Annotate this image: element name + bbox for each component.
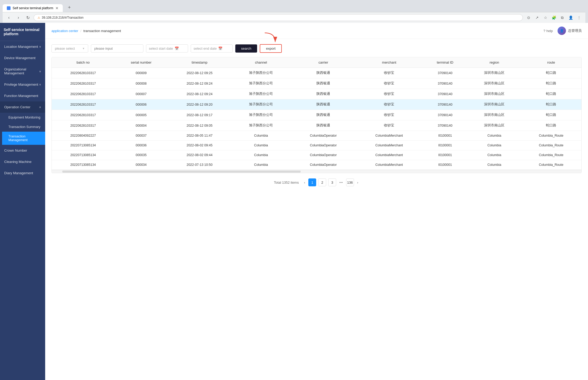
cell-route: 蛇口路	[521, 78, 581, 89]
horizontal-scrollbar[interactable]	[52, 170, 581, 173]
content-body: please select ▼ select start date 📅 sele…	[45, 39, 588, 380]
cell-merchant: 收钞宝	[356, 120, 422, 131]
sidebar-item-diary-management[interactable]: Diary Management	[0, 167, 45, 179]
table-row[interactable]: 20220628103317 000004 2022-08-12 09:05 旭…	[52, 120, 581, 131]
share-button[interactable]: ↗	[533, 14, 541, 21]
back-button[interactable]: ‹	[5, 14, 13, 21]
filter-row: please select ▼ select start date 📅 sele…	[51, 44, 582, 53]
cell-region: 深圳市南山区	[468, 89, 521, 99]
cell-timestamp: 2022-08-12 09:20	[168, 99, 231, 110]
sidebar-item-label: Privilege Management	[4, 83, 38, 86]
address-bar[interactable]: ⚠ 39.108.219.216/#/Transaction	[34, 14, 523, 21]
table-row[interactable]: 20220628103317 000008 2022-08-12 09:24 旭…	[52, 78, 581, 89]
window-button[interactable]: ⧉	[559, 14, 566, 21]
forward-button[interactable]: ›	[15, 14, 22, 21]
table-row[interactable]: 20220713085134 000034 2022-07-13 10:50 C…	[52, 160, 581, 170]
filter-end-date[interactable]: select end date 📅	[191, 44, 233, 53]
app-logo: Self service terminal platform	[0, 23, 45, 41]
pagination-page-2[interactable]: 2	[318, 178, 326, 186]
cell-channel: 旭子陕西分公司	[231, 89, 291, 99]
cell-channel: 旭子陕西分公司	[231, 68, 291, 78]
help-label: help	[546, 29, 553, 33]
cell-route: 蛇口路	[521, 99, 581, 110]
sidebar-item-label: Operation Center	[4, 105, 30, 109]
sidebar-item-device-management[interactable]: Device Management	[0, 52, 45, 64]
sidebar-item-equipment-monitoring[interactable]: Equipment Monitoring	[2, 113, 45, 122]
bookmark-button[interactable]: ☆	[542, 14, 549, 21]
scrollbar-thumb[interactable]	[62, 171, 301, 173]
cell-batch-no: 20220628103317	[52, 110, 115, 120]
security-icon: ⚠	[38, 16, 40, 19]
table-row[interactable]: 20220713085134 000036 2022-08-02 09:45 C…	[52, 141, 581, 150]
sidebar-item-organizational-management[interactable]: Organizational Management ∨	[0, 64, 45, 79]
pagination-next[interactable]: ›	[356, 179, 359, 186]
cell-region: 深圳市南山区	[468, 78, 521, 89]
pagination-page-1[interactable]: 1	[308, 178, 316, 186]
pagination-prev[interactable]: ‹	[303, 179, 306, 186]
col-route: route	[521, 57, 581, 68]
chevron-up-icon: ∧	[39, 106, 41, 109]
sidebar-item-cleaning-machine[interactable]: Cleaning Machine	[0, 156, 45, 167]
user-avatar: 👤	[558, 27, 566, 35]
reload-button[interactable]: ↻	[24, 14, 32, 21]
export-button[interactable]: export	[260, 44, 282, 53]
table-row[interactable]: 20220804092227 000037 2022-08-05 11:47 C…	[52, 131, 581, 141]
active-tab[interactable]: Self service terminal platform ✕	[3, 4, 63, 12]
start-date-text: select start date	[149, 47, 173, 50]
sidebar-item-location-management[interactable]: Location Management ∨	[0, 41, 45, 52]
cell-timestamp: 2022-08-12 09:24	[168, 89, 231, 99]
cell-channel: 旭子陕西分公司	[231, 110, 291, 120]
table-row[interactable]: 20220713085134 000035 2022-08-02 09:44 C…	[52, 150, 581, 160]
sidebar-item-function-management[interactable]: Function Management	[0, 90, 45, 101]
filter-start-date[interactable]: select start date 📅	[146, 44, 188, 53]
cell-serial: 000035	[115, 150, 168, 160]
user-account-button[interactable]: 👤	[567, 14, 574, 21]
table-row[interactable]: 20220628103317 000005 2022-08-12 09:17 旭…	[52, 110, 581, 120]
pagination-page-136[interactable]: 136	[346, 178, 354, 186]
cell-carrier: 陕西银通	[291, 68, 356, 78]
header-right: ? help 👤 总管理员	[543, 27, 582, 35]
sidebar-item-privilege-management[interactable]: Privilege Management ∨	[0, 79, 45, 90]
cell-channel: Columbia	[231, 131, 291, 141]
tab-close-button[interactable]: ✕	[55, 6, 59, 10]
table-row[interactable]: 20220628103317 000007 2022-08-12 09:24 旭…	[52, 89, 581, 99]
sidebar-item-crown-number[interactable]: Crown Number	[0, 145, 45, 156]
sidebar-item-label: Location Management	[4, 45, 38, 49]
filter-select-dropdown[interactable]: please select ▼	[51, 44, 88, 53]
cell-merchant: ColumbiaMerchant	[356, 131, 422, 141]
breadcrumb-parent[interactable]: application center	[51, 29, 78, 33]
chevron-icon: ∨	[39, 83, 41, 86]
content-header: application center / transaction managem…	[45, 23, 588, 39]
red-arrow-annotation	[259, 32, 280, 45]
cell-timestamp: 2022-08-12 09:24	[168, 78, 231, 89]
sidebar-item-operation-center[interactable]: Operation Center ∧	[0, 101, 45, 113]
breadcrumb: application center / transaction managem…	[51, 29, 121, 33]
col-channel: channel	[231, 57, 291, 68]
table-row[interactable]: 20220628103317 000006 2022-08-12 09:20 旭…	[52, 99, 581, 110]
user-info[interactable]: 👤 总管理员	[558, 27, 582, 35]
extensions-button[interactable]: 🧩	[550, 14, 558, 21]
cell-terminal-id: 37090140	[422, 120, 468, 131]
pagination-dots: •••	[338, 179, 344, 186]
cell-terminal-id: 37090140	[422, 68, 468, 78]
cell-merchant: 收钞宝	[356, 89, 422, 99]
cell-region: 深圳市南山区	[468, 110, 521, 120]
help-link[interactable]: ? help	[543, 29, 553, 33]
cell-region: Columbia	[468, 150, 521, 160]
cell-carrier: 陕西银通	[291, 99, 356, 110]
sidebar-item-transaction-management[interactable]: Transaction Management	[2, 132, 45, 145]
pagination-page-3[interactable]: 3	[328, 178, 336, 186]
user-name: 总管理员	[568, 28, 582, 33]
menu-button[interactable]: ⋮	[575, 14, 583, 21]
cell-batch-no: 20220628103317	[52, 99, 115, 110]
cell-serial: 000034	[115, 160, 168, 170]
filter-input-field[interactable]	[91, 44, 143, 53]
search-button[interactable]: search	[235, 44, 257, 53]
profile-button[interactable]: ⊙	[525, 14, 532, 21]
new-tab-button[interactable]: ＋	[63, 2, 76, 12]
cell-region: 深圳市南山区	[468, 68, 521, 78]
table-row[interactable]: 20220628103317 000009 2022-08-12 09:25 旭…	[52, 68, 581, 78]
cell-batch-no: 20220713085134	[52, 141, 115, 150]
sidebar-item-transaction-summary[interactable]: Transaction Summary	[2, 122, 45, 132]
pagination-total: Total 1352 items	[274, 181, 299, 184]
